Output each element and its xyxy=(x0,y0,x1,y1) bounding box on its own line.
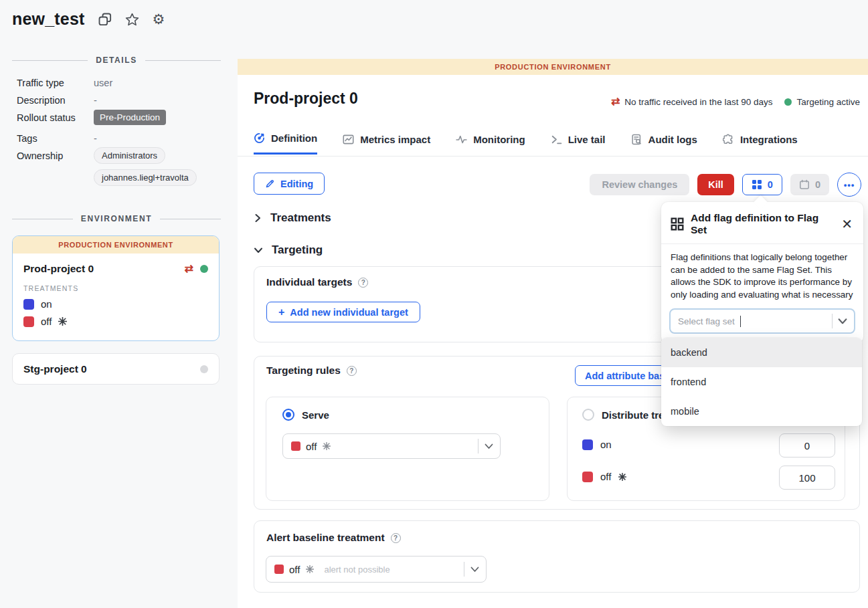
pencil-icon xyxy=(265,179,275,189)
distribute-off-label: off xyxy=(600,471,611,482)
alert-baseline-title: Alert baseline treatment xyxy=(266,532,385,544)
option-frontend[interactable]: frontend xyxy=(661,367,862,397)
definition-target-icon xyxy=(254,132,265,144)
add-individual-target-label: Add new individual target xyxy=(290,307,408,318)
tab-live-tail[interactable]: Live tail xyxy=(551,132,606,155)
chevron-down-icon xyxy=(485,443,493,450)
editing-button[interactable]: Editing xyxy=(254,173,325,195)
inactive-dot xyxy=(200,365,208,373)
serve-radio[interactable] xyxy=(282,409,294,421)
more-actions-button[interactable]: ••• xyxy=(837,173,861,197)
default-treatment-asterisk-icon xyxy=(618,473,626,481)
rollout-status-badge: Pre-Production xyxy=(94,110,166,125)
schedule-button[interactable]: 0 xyxy=(790,174,829,195)
flag-sets-count: 0 xyxy=(768,179,773,190)
alert-baseline-select[interactable]: off alert not possible xyxy=(266,556,487,583)
star-icon[interactable] xyxy=(125,13,139,26)
review-changes-button[interactable]: Review changes xyxy=(590,174,689,195)
treatment-off-swatch xyxy=(582,472,593,482)
option-mobile[interactable]: mobile xyxy=(661,397,862,426)
tab-integrations[interactable]: Integrations xyxy=(723,132,798,155)
default-treatment-asterisk-icon xyxy=(58,317,67,326)
tags-value: - xyxy=(94,133,97,144)
targeting-section-toggle[interactable]: Targeting xyxy=(254,243,323,257)
treatment-on-label: on xyxy=(41,298,52,310)
ellipsis-icon: ••• xyxy=(844,180,855,190)
toolbar-right: Review changes Kill 0 0 ••• xyxy=(590,173,861,197)
default-treatment-asterisk-icon xyxy=(306,565,314,573)
tab-metrics-impact[interactable]: Metrics impact xyxy=(343,132,430,155)
plus-icon: + xyxy=(278,306,284,318)
environment-card-staging[interactable]: Stg-project 0 xyxy=(12,353,220,385)
alert-baseline-card: Alert baseline treatment ? off alert not… xyxy=(254,520,860,593)
treatments-section-toggle[interactable]: Treatments xyxy=(254,211,331,225)
copy-icon[interactable] xyxy=(98,13,112,26)
audit-log-icon xyxy=(631,134,642,145)
distribute-on-row: on xyxy=(582,439,612,450)
help-icon[interactable]: ? xyxy=(391,533,401,543)
ownership-label: Ownership xyxy=(17,150,63,161)
distribute-radio[interactable] xyxy=(582,409,594,421)
puzzle-icon xyxy=(723,134,734,145)
metrics-chart-icon xyxy=(343,134,354,145)
flag-set-grid-icon xyxy=(671,217,684,231)
add-individual-target-button[interactable]: + Add new individual target xyxy=(266,302,420,322)
alert-baseline-value: off xyxy=(289,564,300,575)
gear-icon[interactable]: ⚙ xyxy=(153,11,165,27)
owner-pill-user[interactable]: johannes.liegl+travolta xyxy=(94,169,197,186)
treatments-caption: TREATMENTS xyxy=(23,284,219,292)
tab-label: Monitoring xyxy=(473,134,525,145)
tab-definition[interactable]: Definition xyxy=(254,132,317,155)
select-flag-set-input[interactable]: Select flag set xyxy=(669,308,855,334)
treatment-on-swatch xyxy=(23,299,34,310)
select-divider xyxy=(464,562,464,577)
default-treatment-asterisk-icon xyxy=(323,442,331,450)
help-icon[interactable]: ? xyxy=(358,278,368,288)
production-environment-banner: PRODUCTION ENVIRONMENT xyxy=(238,59,868,75)
tab-label: Metrics impact xyxy=(360,134,430,145)
option-label: backend xyxy=(671,347,707,358)
kill-button[interactable]: Kill xyxy=(697,174,734,195)
chevron-down-icon xyxy=(470,566,479,573)
description-label: Description xyxy=(17,95,66,106)
tags-label: Tags xyxy=(17,133,37,144)
serve-treatment-value: off xyxy=(306,441,317,452)
description-value: - xyxy=(94,95,97,106)
close-icon[interactable]: ✕ xyxy=(840,217,854,231)
owner-pill-administrators[interactable]: Administrators xyxy=(94,147,165,164)
traffic-type-value: user xyxy=(94,78,112,88)
treatment-off-row: off xyxy=(23,316,219,327)
flag-sets-button[interactable]: 0 xyxy=(742,174,782,195)
help-icon[interactable]: ? xyxy=(347,366,357,376)
tabs-divider xyxy=(238,156,868,157)
flag-set-placeholder: Select flag set xyxy=(678,316,735,326)
select-divider xyxy=(478,439,479,453)
calendar-icon xyxy=(799,179,810,190)
distribute-off-input[interactable]: 100 xyxy=(779,466,835,490)
distribute-off-row: off xyxy=(582,471,626,482)
pulse-icon xyxy=(456,134,467,145)
targeting-status: Targeting active xyxy=(784,97,860,107)
tab-monitoring[interactable]: Monitoring xyxy=(456,132,525,155)
treatment-off-swatch xyxy=(274,565,284,574)
targeting-rules-title: Targeting rules xyxy=(266,365,341,377)
option-label: mobile xyxy=(671,406,699,417)
distribute-on-value: 0 xyxy=(804,440,810,451)
treatments-section-label: Treatments xyxy=(270,211,331,225)
environment-card-production[interactable]: PRODUCTION ENVIRONMENT Prod-project 0 ⇄ … xyxy=(12,235,220,341)
terminal-icon xyxy=(551,134,562,145)
targeting-active-dot xyxy=(784,98,792,106)
serve-label: Serve xyxy=(302,409,329,421)
tab-label: Audit logs xyxy=(648,134,697,145)
option-backend[interactable]: backend xyxy=(661,338,862,367)
tab-label: Integrations xyxy=(740,134,798,145)
environment-header-label: ENVIRONMENT xyxy=(81,214,152,223)
schedule-count: 0 xyxy=(815,179,820,190)
details-section-header: DETAILS xyxy=(12,56,221,65)
tab-audit-logs[interactable]: Audit logs xyxy=(631,132,697,155)
distribute-on-input[interactable]: 0 xyxy=(779,433,835,458)
treatment-off-swatch xyxy=(23,316,34,327)
status-row: ⇄ No traffic received in the last 90 day… xyxy=(611,96,860,107)
page-title: Prod-project 0 xyxy=(254,90,358,108)
serve-treatment-select[interactable]: off xyxy=(282,433,501,459)
